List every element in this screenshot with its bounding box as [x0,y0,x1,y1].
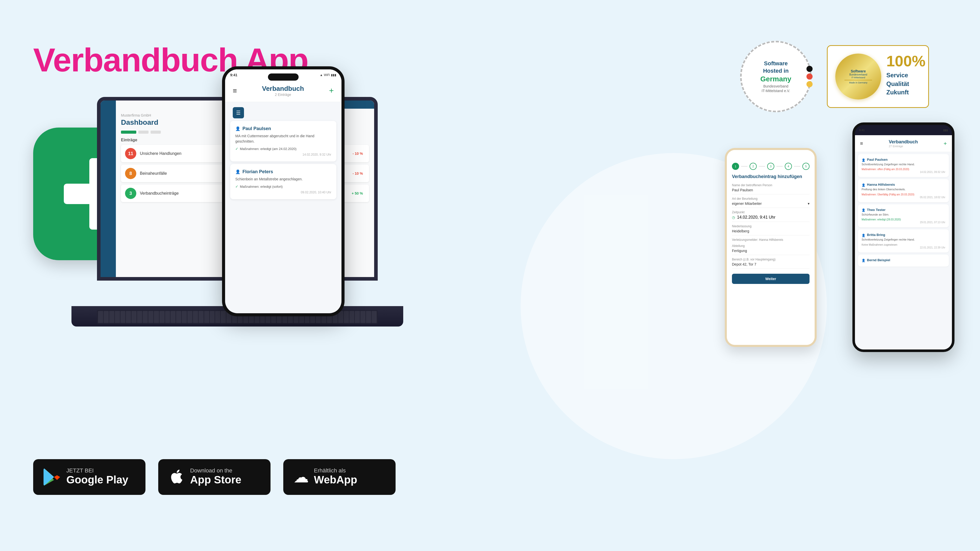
hosted-title-line3: Germany [760,75,791,84]
webapp-button[interactable]: ☁ Erhältlich als WebApp [283,459,396,495]
flag-dot-red [807,73,813,79]
badge-2: 8 [125,168,136,179]
vb-entry-2[interactable]: 👤 Florian Peters Schienbein an Metallstr… [230,164,336,199]
step-1: 1 [732,163,739,170]
quality-items: Service Qualität Zukunft [886,71,925,97]
list-name-5: Bernd Beispiel [867,258,890,262]
type-label: Art der Beurteilung [732,197,810,200]
vb-title: Verbandbuch [262,85,304,93]
app-store-small: Download on the [190,468,242,473]
list-desc-2: Prellung des linken Oberschenkels. [862,187,945,191]
entry-date-2: 09.02.2020, 10:40 Uhr [235,191,331,194]
flag-dots [807,66,813,87]
hosted-sub2: IT-Mittelstand e.V. [760,89,791,93]
download-buttons-area: JETZT BEI Google Play Download on the Ap… [33,459,396,495]
webapp-text: Erhältlich als WebApp [314,468,357,486]
vb-list-count: 27 Einträge [889,144,918,148]
date-label: Zeitpunkt [732,210,810,214]
list-entry-1[interactable]: 👤 Paul Paulsen Schnittverletzung Zeigefi… [858,154,949,177]
dept-label: Abteilung [732,244,810,248]
list-icon: ☰ [233,107,244,118]
entry-name-1: 👤 Paul Paulsen [235,126,331,131]
check-icon-1: ✓ [235,147,239,151]
quality-seal: Software Bundesverband IT-Mittelstand Ma… [835,54,881,100]
person-icon-2: 👤 [235,169,240,174]
person-icon-1: 👤 [235,126,240,131]
list-desc-3: Schürfwunde an Stirn. [862,213,945,217]
person-label: Name der betroffenen Person [732,183,810,187]
phone-form: 1 2 3 4 5 Verbandbucheintrag hinzufügen … [725,148,817,347]
list-measure-4: Keine Maßnahmen zugewiesen [862,243,945,246]
location-label: Niederlassung [732,224,810,228]
vb-list-header: ≡ Verbandbuch 27 Einträge + [855,135,952,152]
list-entry-5[interactable]: 👤 Bernd Beispiel [858,254,949,267]
entry-desc-1: MA mit Cuttermesser abgerutscht und in d… [235,133,331,144]
item-change-2: - 10 % [351,170,365,176]
vb-entry-1[interactable]: 👤 Paul Paulsen MA mit Cuttermesser abger… [230,121,336,162]
entry-desc-2: Schienbein an Metallstrebe angeschlagen. [235,176,331,182]
phones-right: 1 2 3 4 5 Verbandbucheintrag hinzufügen … [725,122,955,480]
list-measure-1: Maßnahmen: offen (Fällig am 20.03.2020) [862,168,945,171]
status-time: 9:41 [230,73,237,77]
type-value: eigener Mitarbeiter ▾ [732,202,810,208]
badges-area: Software Hosted in Germany Bundesverband… [735,41,929,112]
item-change-1: - 10 % [351,151,365,157]
step-3: 3 [767,163,774,170]
badge-1: 11 [125,148,136,159]
add-button[interactable]: + [329,86,334,95]
list-measure-3: Maßnahmen: erledigt (28.03.2020) [862,218,945,221]
google-play-button[interactable]: JETZT BEI Google Play [33,459,145,495]
google-play-icon [43,468,61,486]
vb-subtitle: 2 Einträge [262,93,304,97]
dashboard-sidebar [100,100,116,277]
status-bar: 9:41 ▲ WiFi ▮▮▮ [225,69,342,81]
list-entry-3[interactable]: 👤 Theo Tester Schürfwunde an Stirn. Maßn… [858,204,949,227]
status-icons: ▲ WiFi ▮▮▮ [320,73,336,77]
list-entry-2[interactable]: 👤 Hanna Hilfsbereis Prellung des linken … [858,179,949,202]
entry-measure-2: ✓ Maßnahmen: erledigt (sofort) [235,184,331,189]
quality-item-3: Zukunft [886,88,925,97]
dept-value: Fertigung [732,249,810,255]
list-name-2: Hanna Hilfsbereis [867,183,895,186]
flag-dot-gold [807,81,813,87]
entry-date-1: 14.02.2020, 9:32 Uhr [235,153,331,156]
app-store-button[interactable]: Download on the App Store [158,459,270,495]
list-name-4: Britta Bring [867,233,885,237]
webapp-large: WebApp [314,473,357,486]
step-5: 5 [802,163,810,170]
app-store-large: App Store [190,473,242,486]
form-steps: 1 2 3 4 5 [732,163,810,170]
google-play-small: JETZT BEI [66,468,128,473]
area-value: Depot 42, Tor 7 [732,262,810,268]
list-desc-1: Schnittverletzung Zeigefinger rechte Han… [862,162,945,166]
list-date-4: 22.01.2021, 22:39 Uhr [862,246,945,249]
area-label: Bereich (z.B. vor Haupteingang) [732,258,810,261]
cloud-icon: ☁ [293,468,309,486]
hosted-title-line1: Software [760,60,791,67]
apple-icon [169,468,185,486]
quality-percent: 100% [886,54,925,69]
calendar-icon: ◷ [732,215,735,219]
google-play-large: Google Play [66,473,128,486]
menu-icon[interactable]: ≡ [233,87,237,95]
quality-item-2: Qualität [886,79,925,88]
hosted-title-line2: Hosted in [760,67,791,75]
date-row: ◷ 14.02.2020, 9:41 Uhr [732,215,810,222]
list-measure-2: Maßnahmen: Überfällig (Fällig am 20.03.2… [862,193,945,196]
hosted-badge-ring: Software Hosted in Germany Bundesverband… [740,41,811,112]
add-icon-right[interactable]: + [943,140,947,147]
form-submit-button[interactable]: Weiter [732,274,810,284]
webapp-small: Erhältlich als [314,468,357,473]
flag-dot-black [807,66,813,72]
hosted-sub1: Bundesverband [760,84,791,89]
quality-badge: Software Bundesverband IT-Mittelstand Ma… [827,45,929,108]
entry-name-2: 👤 Florian Peters [235,169,331,175]
location-value: Heidelberg [732,229,810,235]
form-title: Verbandbucheintrag hinzufügen [732,174,810,179]
manager-label: Verletzungsmelder: Hanna Hilfsbereis [732,238,810,241]
menu-icon-right[interactable]: ≡ [860,141,863,146]
list-entry-4[interactable]: 👤 Britta Bring Schnittverletzung Zeigefi… [858,229,949,252]
list-name-1: Paul Paulsen [867,158,888,162]
app-store-text: Download on the App Store [190,468,242,486]
form-screen: 1 2 3 4 5 Verbandbucheintrag hinzufügen … [727,150,815,345]
